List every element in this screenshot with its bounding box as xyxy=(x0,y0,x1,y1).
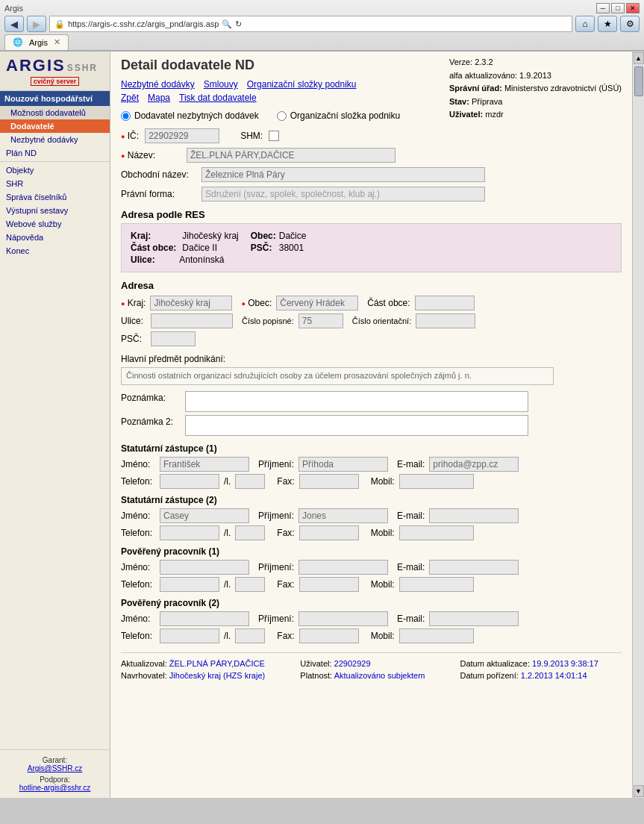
link-nezbytne-dodavky[interactable]: Nezbytné dodávky xyxy=(121,79,195,90)
psc-input[interactable] xyxy=(151,331,196,346)
obchodni-input[interactable] xyxy=(201,167,485,182)
link-org-slozky[interactable]: Organizační složky podniku xyxy=(247,79,357,90)
sidebar-item-dodavatele[interactable]: Dodavatelé xyxy=(0,119,110,133)
pov2-email-label: E-mail: xyxy=(397,614,425,624)
bottom-platnost-label: Platnost: xyxy=(300,671,332,680)
sidebar-item-napoveda[interactable]: Nápověda xyxy=(0,231,110,244)
sidebar-item-sestavy[interactable]: Výstupní sestavy xyxy=(0,204,110,217)
settings-button[interactable]: ⚙ xyxy=(620,16,640,32)
pov2-telefon-label: Telefon: xyxy=(121,631,155,641)
uzivatel-label: Uživatel: xyxy=(449,110,483,119)
stat2-prijmeni-label: Příjmení: xyxy=(258,511,294,521)
sidebar-item-sprava[interactable]: Správa číselníků xyxy=(0,190,110,204)
pov1-email-input[interactable] xyxy=(429,560,519,575)
stat1-prijmeni-input[interactable] xyxy=(298,457,388,472)
link-tisk[interactable]: Tisk dat dodavatele xyxy=(179,93,257,103)
stat1-fax-input[interactable] xyxy=(299,474,359,489)
poznamka2-input[interactable] xyxy=(185,415,528,436)
poznamka-input[interactable] xyxy=(185,391,528,412)
back-button[interactable]: ◀ xyxy=(4,16,24,32)
statutory2-title: Statutární zástupce (2) xyxy=(121,495,622,505)
ic-input[interactable] xyxy=(145,128,219,143)
sidebar-item-objekty[interactable]: Objekty xyxy=(0,163,110,177)
res-cast-value: Dačice II xyxy=(179,242,250,254)
poznamka2-label: Poznámka 2: xyxy=(121,415,181,427)
stat2-fax-input[interactable] xyxy=(299,525,359,540)
radio-dodavatel-input[interactable] xyxy=(121,111,131,121)
stat2-email-label: E-mail: xyxy=(397,511,425,521)
radio-dodavatel[interactable]: Dodavatel nezbytných dodávek xyxy=(121,110,259,121)
stat2-telefon-input[interactable] xyxy=(160,525,219,540)
bottom-aktualizoval-label: Aktualizoval: xyxy=(121,659,167,668)
pov2-fax-input[interactable] xyxy=(299,628,359,643)
pov1-fax-input[interactable] xyxy=(299,577,359,592)
forward-button[interactable]: ▶ xyxy=(27,16,46,32)
link-mapa[interactable]: Mapa xyxy=(148,93,170,103)
minimize-button[interactable]: ─ xyxy=(596,3,610,13)
spravni-urad-value: Ministerstvo zdravotnictví (ÚSÚ) xyxy=(504,84,622,93)
sidebar-item-moznosti[interactable]: Možnosti dodavatelů xyxy=(0,106,110,119)
radio-organizacni-input[interactable] xyxy=(277,111,287,121)
stat2-prijmeni-input[interactable] xyxy=(298,508,388,523)
pov1-jmeno-input[interactable] xyxy=(160,560,249,575)
stat1-jmeno-label: Jméno: xyxy=(121,459,155,469)
addr-obec-input[interactable] xyxy=(276,296,358,310)
stat1-telefon-input[interactable] xyxy=(160,474,219,489)
sidebar-item-shr[interactable]: SHR xyxy=(0,177,110,190)
addr-cast-input[interactable] xyxy=(415,296,475,310)
stat2-linka-input[interactable] xyxy=(235,525,265,540)
addr-kraj-input[interactable] xyxy=(150,296,232,310)
scroll-up-arrow[interactable]: ▲ xyxy=(634,52,644,64)
podpora-email[interactable]: hotline-argis@sshr.cz xyxy=(19,784,91,792)
reload-icon[interactable]: ↻ xyxy=(235,19,242,29)
sidebar-group-nouzove[interactable]: Nouzové hospodářství xyxy=(0,91,110,106)
sidebar-item-plan[interactable]: Plán ND xyxy=(0,146,110,160)
close-button[interactable]: ✕ xyxy=(626,3,640,13)
stat2-mobil-input[interactable] xyxy=(399,525,474,540)
stat1-jmeno-input[interactable] xyxy=(160,457,249,472)
pov1-telefon-input[interactable] xyxy=(160,577,219,592)
address-bar[interactable]: 🔒 https://argis-c.sshr.cz/argis_pnd/argi… xyxy=(49,16,572,32)
tab-close-icon[interactable]: ✕ xyxy=(54,37,60,47)
pov2-jmeno-label: Jméno: xyxy=(121,614,155,624)
pov2-linka-input[interactable] xyxy=(235,628,265,643)
scroll-thumb[interactable] xyxy=(634,66,643,96)
stat1-linka-input[interactable] xyxy=(235,474,265,489)
pov2-jmeno-input[interactable] xyxy=(160,611,249,626)
pravni-input[interactable] xyxy=(201,187,485,202)
stat2-email-input[interactable] xyxy=(429,508,519,523)
scrollbar[interactable]: ▲ ▼ xyxy=(632,52,644,798)
sidebar-item-webove[interactable]: Webové služby xyxy=(0,217,110,231)
sidebar-item-nezbytne[interactable]: Nezbytné dodávky xyxy=(0,133,110,146)
link-zpet[interactable]: Zpět xyxy=(121,93,139,103)
link-smlouvy[interactable]: Smlouvy xyxy=(204,79,238,90)
pov2-email-input[interactable] xyxy=(429,611,519,626)
shm-checkbox[interactable] xyxy=(269,131,279,141)
stat1-email-input[interactable] xyxy=(429,457,519,472)
nazev-input[interactable] xyxy=(187,148,396,163)
stat2-jmeno-input[interactable] xyxy=(160,508,249,523)
stat1-mobil-input[interactable] xyxy=(399,474,474,489)
browser-title: Argis xyxy=(4,4,23,13)
pov1-linka-input[interactable] xyxy=(235,577,265,592)
spravni-urad-label: Správní úřad: xyxy=(449,84,502,93)
cislo-orientacni-input[interactable] xyxy=(416,313,475,328)
pov2-telefon-input[interactable] xyxy=(160,628,219,643)
maximize-button[interactable]: □ xyxy=(611,3,625,13)
addr-ulice-input[interactable] xyxy=(151,313,233,328)
garant-email[interactable]: Argis@SSHR.cz xyxy=(28,764,83,772)
bottom-datum-aktualizace-label: Datum aktualizace: xyxy=(460,659,531,668)
home-button[interactable]: ⌂ xyxy=(575,16,595,32)
favorites-button[interactable]: ★ xyxy=(598,16,617,32)
pov2-prijmeni-input[interactable] xyxy=(298,611,388,626)
scroll-down-arrow[interactable]: ▼ xyxy=(634,785,644,797)
shm-label: SHM: xyxy=(240,131,263,141)
pov2-mobil-input[interactable] xyxy=(399,628,474,643)
cislo-popisne-input[interactable] xyxy=(298,313,343,328)
active-tab[interactable]: 🌐 Argis ✕ xyxy=(4,34,69,50)
res-obec-label: Obec: xyxy=(251,230,279,242)
radio-organizacni[interactable]: Organizační složka podniku xyxy=(277,110,400,121)
pov1-mobil-input[interactable] xyxy=(399,577,474,592)
pov1-prijmeni-input[interactable] xyxy=(298,560,388,575)
sidebar-item-konec[interactable]: Konec xyxy=(0,244,110,258)
